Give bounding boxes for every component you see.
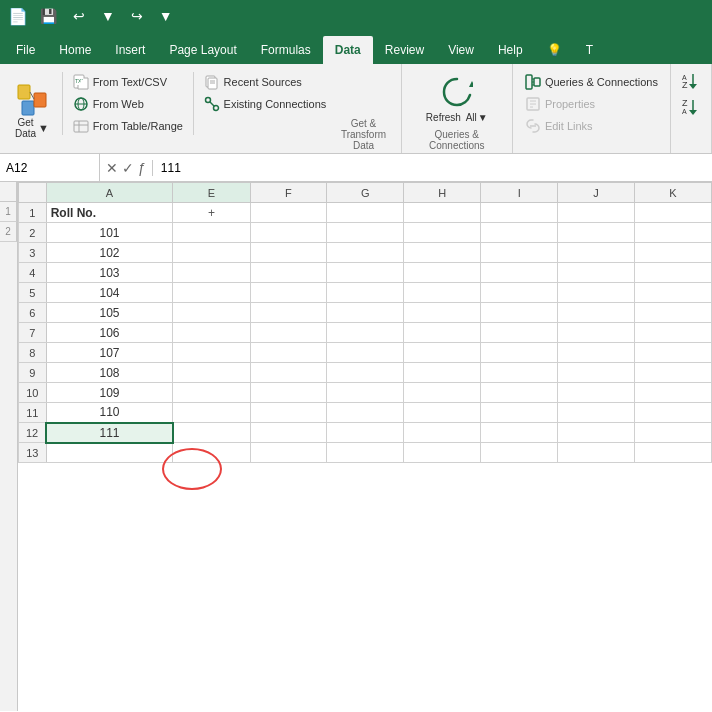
- cell-L2[interactable]: [635, 223, 712, 243]
- cell-L8[interactable]: [635, 343, 712, 363]
- queries-connections-button[interactable]: Queries & Connections: [519, 72, 664, 92]
- cell-J3[interactable]: [481, 243, 558, 263]
- cell-L5[interactable]: [635, 283, 712, 303]
- cell-A11[interactable]: 110: [46, 403, 173, 423]
- cell-H1[interactable]: [327, 203, 404, 223]
- cell-K6[interactable]: [558, 303, 635, 323]
- cell-H3[interactable]: [327, 243, 404, 263]
- cell-A2[interactable]: 101: [46, 223, 173, 243]
- undo-dropdown[interactable]: ▼: [97, 6, 119, 26]
- cell-L10[interactable]: [635, 383, 712, 403]
- cell-I10[interactable]: [404, 383, 481, 403]
- cell-G4[interactable]: [250, 263, 327, 283]
- cell-A8[interactable]: 107: [46, 343, 173, 363]
- cell-K13[interactable]: [558, 443, 635, 463]
- cell-H4[interactable]: [327, 263, 404, 283]
- cell-J9[interactable]: [481, 363, 558, 383]
- col-header-f[interactable]: F: [250, 183, 327, 203]
- cell-J8[interactable]: [481, 343, 558, 363]
- col-header-k[interactable]: K: [635, 183, 712, 203]
- cell-G1[interactable]: [250, 203, 327, 223]
- cell-G2[interactable]: [250, 223, 327, 243]
- cell-K9[interactable]: [558, 363, 635, 383]
- cell-F7[interactable]: [173, 323, 250, 343]
- existing-connections-button[interactable]: Existing Connections: [198, 94, 333, 114]
- cell-K8[interactable]: [558, 343, 635, 363]
- cell-A13[interactable]: [46, 443, 173, 463]
- cell-I3[interactable]: [404, 243, 481, 263]
- cell-L11[interactable]: [635, 403, 712, 423]
- cell-J7[interactable]: [481, 323, 558, 343]
- cell-A10[interactable]: 109: [46, 383, 173, 403]
- cell-J11[interactable]: [481, 403, 558, 423]
- name-box-input[interactable]: [6, 161, 93, 175]
- cell-F9[interactable]: [173, 363, 250, 383]
- cancel-formula-icon[interactable]: ✕: [106, 160, 118, 176]
- cell-H10[interactable]: [327, 383, 404, 403]
- save-button[interactable]: 💾: [36, 6, 61, 26]
- cell-F12[interactable]: [173, 423, 250, 443]
- cell-H7[interactable]: [327, 323, 404, 343]
- cell-L7[interactable]: [635, 323, 712, 343]
- quick-access-dropdown[interactable]: ▼: [155, 6, 177, 26]
- cell-L9[interactable]: [635, 363, 712, 383]
- col-header-h[interactable]: H: [404, 183, 481, 203]
- cell-K3[interactable]: [558, 243, 635, 263]
- name-box[interactable]: [0, 154, 100, 181]
- cell-I7[interactable]: [404, 323, 481, 343]
- tab-insert[interactable]: Insert: [103, 36, 157, 64]
- cell-K2[interactable]: [558, 223, 635, 243]
- cell-G9[interactable]: [250, 363, 327, 383]
- cell-I4[interactable]: [404, 263, 481, 283]
- cell-G12[interactable]: [250, 423, 327, 443]
- cell-J4[interactable]: [481, 263, 558, 283]
- cell-J12[interactable]: [481, 423, 558, 443]
- cell-F11[interactable]: [173, 403, 250, 423]
- edit-links-button[interactable]: Edit Links: [519, 116, 664, 136]
- row-group-1[interactable]: 1: [0, 202, 17, 222]
- cell-J5[interactable]: [481, 283, 558, 303]
- cell-L13[interactable]: [635, 443, 712, 463]
- cell-A3[interactable]: 102: [46, 243, 173, 263]
- tab-lightbulb[interactable]: 💡: [535, 36, 574, 64]
- cell-I2[interactable]: [404, 223, 481, 243]
- cell-H11[interactable]: [327, 403, 404, 423]
- cell-G3[interactable]: [250, 243, 327, 263]
- cell-A6[interactable]: 105: [46, 303, 173, 323]
- cell-F5[interactable]: [173, 283, 250, 303]
- cell-I9[interactable]: [404, 363, 481, 383]
- cell-I12[interactable]: [404, 423, 481, 443]
- formula-input[interactable]: [153, 154, 712, 181]
- cell-L12[interactable]: [635, 423, 712, 443]
- cell-F4[interactable]: [173, 263, 250, 283]
- cell-H13[interactable]: [327, 443, 404, 463]
- col-header-e[interactable]: E: [173, 183, 250, 203]
- cell-K11[interactable]: [558, 403, 635, 423]
- cell-G6[interactable]: [250, 303, 327, 323]
- cell-J6[interactable]: [481, 303, 558, 323]
- cell-J10[interactable]: [481, 383, 558, 403]
- cell-H2[interactable]: [327, 223, 404, 243]
- cell-F8[interactable]: [173, 343, 250, 363]
- cell-F1[interactable]: +: [173, 203, 250, 223]
- cell-A12[interactable]: 111: [46, 423, 173, 443]
- cell-G5[interactable]: [250, 283, 327, 303]
- cell-G8[interactable]: [250, 343, 327, 363]
- col-header-a[interactable]: A: [46, 183, 173, 203]
- cell-F3[interactable]: [173, 243, 250, 263]
- cell-L3[interactable]: [635, 243, 712, 263]
- recent-sources-button[interactable]: Recent Sources: [198, 72, 333, 92]
- cell-L1[interactable]: [635, 203, 712, 223]
- cell-H5[interactable]: [327, 283, 404, 303]
- cell-J1[interactable]: [481, 203, 558, 223]
- cell-K1[interactable]: [558, 203, 635, 223]
- from-table-button[interactable]: From Table/Range: [67, 116, 189, 136]
- cell-J13[interactable]: [481, 443, 558, 463]
- tab-t[interactable]: T: [574, 36, 605, 64]
- sort-za-button[interactable]: ZA: [677, 94, 705, 118]
- tab-home[interactable]: Home: [47, 36, 103, 64]
- tab-review[interactable]: Review: [373, 36, 436, 64]
- row-group-2[interactable]: 2: [0, 222, 17, 242]
- cell-I11[interactable]: [404, 403, 481, 423]
- cell-H6[interactable]: [327, 303, 404, 323]
